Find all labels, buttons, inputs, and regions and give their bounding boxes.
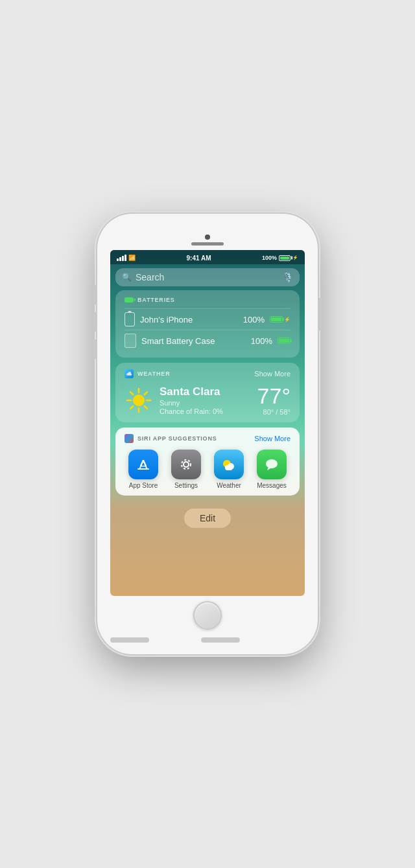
edit-area: Edit: [115, 501, 300, 533]
siri-widget-title: SIRI APP SUGGESTIONS: [137, 435, 217, 442]
search-icon: 🔍: [122, 273, 132, 282]
iphone-battery-indicator: ⚡: [270, 316, 290, 323]
phone-frame: 📶 9:41 AM 100% ⚡ 🔍 Search 🎙️: [97, 214, 318, 654]
appstore-icon[interactable]: A: [128, 450, 158, 479]
svg-line-6: [145, 406, 147, 409]
status-time: 9:41 AM: [186, 255, 211, 262]
case-pct: 100%: [251, 336, 272, 346]
front-camera: [205, 234, 210, 240]
weather-condition: Sunny: [160, 399, 251, 407]
app-item-appstore[interactable]: A App Store: [124, 450, 162, 489]
status-right: 100% ⚡: [262, 255, 298, 261]
iphone-device-icon: [124, 312, 135, 326]
weather-info: Santa Clara Sunny Chance of Rain: 0%: [160, 385, 251, 415]
battery-icon: [279, 255, 290, 261]
weather-temp-area: 77° 80° / 58°: [257, 385, 290, 416]
weather-header-left: ☁️ WEATHER: [124, 369, 170, 378]
weather-show-more[interactable]: Show More: [254, 370, 290, 378]
siri-widget: SIRI APP SUGGESTIONS Show More A: [115, 428, 300, 496]
home-button[interactable]: [193, 601, 222, 630]
speaker-grille-left: [110, 637, 149, 643]
battery-item-iphone[interactable]: John's iPhone 100% ⚡: [124, 308, 290, 330]
weather-rain: Chance of Rain: 0%: [160, 407, 251, 415]
battery-percentage: 100%: [262, 255, 277, 261]
siri-header-left: SIRI APP SUGGESTIONS: [124, 434, 217, 443]
phone-top-area: [110, 232, 305, 250]
siri-apps-row: A App Store: [124, 450, 290, 489]
wifi-icon: 📶: [128, 255, 136, 261]
weather-widget: ☁️ WEATHER Show More: [115, 363, 300, 422]
phone-screen: 📶 9:41 AM 100% ⚡ 🔍 Search 🎙️: [110, 250, 305, 596]
iphone-name: John's iPhone: [140, 315, 238, 325]
siri-widget-header: SIRI APP SUGGESTIONS Show More: [124, 434, 290, 443]
settings-icon[interactable]: [171, 450, 201, 479]
bottom-speakers: [110, 637, 240, 643]
speaker-grille-right: [201, 637, 240, 643]
batteries-widget: BATTERIES John's iPhone 100% ⚡ Smart: [115, 290, 300, 358]
home-button-area: [110, 601, 305, 630]
weather-app-label: Weather: [217, 482, 241, 489]
appstore-label: App Store: [129, 482, 158, 489]
svg-point-0: [133, 394, 145, 406]
weather-city: Santa Clara: [160, 385, 251, 398]
svg-line-5: [130, 392, 133, 394]
app-item-weather[interactable]: Weather: [210, 450, 248, 489]
case-device-icon: [124, 334, 136, 348]
search-bar[interactable]: 🔍 Search 🎙️: [115, 268, 300, 286]
signal-icon: [117, 255, 126, 261]
weather-content: Santa Clara Sunny Chance of Rain: 0% 77°…: [124, 385, 290, 416]
siri-icon: [124, 434, 134, 443]
weather-app-icon[interactable]: [214, 450, 244, 479]
earpiece-speaker: [191, 242, 224, 246]
batteries-widget-title: BATTERIES: [137, 297, 175, 303]
weather-widget-title: WEATHER: [137, 371, 170, 377]
messages-icon[interactable]: [257, 450, 287, 479]
status-left: 📶: [117, 255, 136, 261]
sun-icon: [124, 386, 153, 415]
iphone-charging-icon: ⚡: [284, 317, 290, 323]
svg-line-8: [130, 406, 133, 409]
settings-label: Settings: [174, 482, 198, 489]
charging-icon: ⚡: [292, 255, 298, 260]
search-placeholder: Search: [136, 272, 278, 282]
svg-point-13: [184, 462, 189, 467]
edit-button[interactable]: Edit: [184, 508, 231, 528]
status-bar: 📶 9:41 AM 100% ⚡: [110, 250, 305, 264]
battery-item-case[interactable]: Smart Battery Case 100%: [124, 330, 290, 351]
svg-point-19: [266, 459, 278, 468]
case-name: Smart Battery Case: [141, 336, 246, 346]
batteries-widget-header: BATTERIES: [124, 297, 290, 303]
svg-line-7: [145, 392, 147, 394]
screen-area: 📶 9:41 AM 100% ⚡ 🔍 Search 🎙️: [110, 232, 305, 649]
widgets-container: BATTERIES John's iPhone 100% ⚡ Smart: [110, 290, 305, 533]
iphone-pct: 100%: [243, 315, 265, 325]
weather-widget-header: ☁️ WEATHER Show More: [124, 369, 290, 378]
battery-widget-icon: [124, 297, 134, 303]
app-item-messages[interactable]: Messages: [253, 450, 290, 489]
app-item-settings[interactable]: Settings: [167, 450, 205, 489]
siri-show-more[interactable]: Show More: [254, 435, 290, 442]
weather-temp-main: 77°: [257, 385, 290, 407]
microphone-icon[interactable]: 🎙️: [282, 272, 293, 282]
messages-label: Messages: [257, 482, 287, 489]
weather-widget-icon: ☁️: [124, 369, 134, 378]
case-battery-indicator: [278, 337, 290, 344]
svg-rect-18: [226, 468, 232, 470]
weather-temp-range: 80° / 58°: [257, 408, 290, 416]
